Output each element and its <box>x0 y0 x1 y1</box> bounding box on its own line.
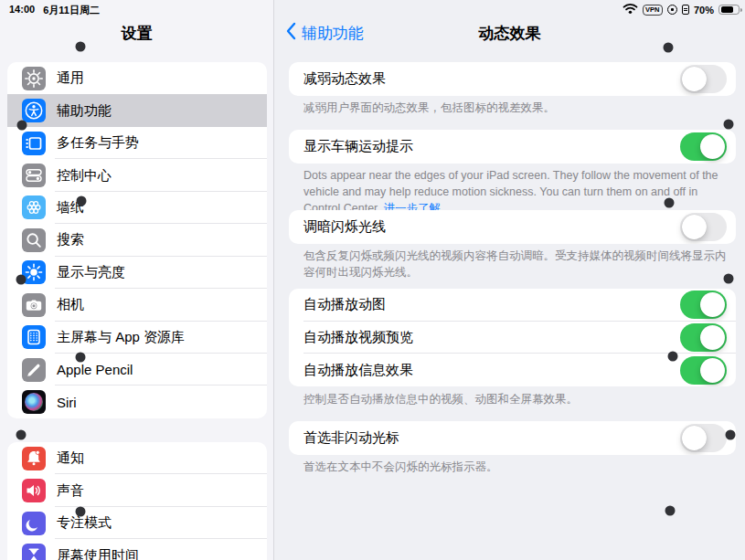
status-bar: 14:00 6月11日周二 VPN 70% <box>0 0 745 20</box>
sidebar-item-label: 显示与亮度 <box>57 264 125 281</box>
sidebar-item-multitasking[interactable]: 多任务与手势 <box>7 127 267 159</box>
sidebar-item-screen-time[interactable]: 屏幕使用时间 <box>7 539 267 560</box>
clock: 14:00 <box>9 4 35 17</box>
sidebar-group-2: 通知 声音 <box>7 442 267 560</box>
homescreen-icon <box>22 325 46 349</box>
group-non-blinking-cursor: 首选非闪动光标 <box>289 421 736 455</box>
auto-play-video-previews-toggle[interactable] <box>680 323 727 352</box>
sidebar-item-label: 专注模式 <box>57 514 112 532</box>
sidebar-item-label: Siri <box>57 395 77 410</box>
footer-text: Dots appear near the edges of your iPad … <box>303 169 718 215</box>
row-label: 调暗闪烁光线 <box>303 218 386 236</box>
page-title: 动态效果 <box>274 23 745 44</box>
sidebar-item-label: 屏幕使用时间 <box>57 547 139 560</box>
prefer-non-blinking-cursor-toggle[interactable] <box>680 424 727 452</box>
wallpaper-icon <box>22 195 46 219</box>
marker-dot <box>724 120 734 130</box>
row-label: 自动播放信息效果 <box>303 362 413 379</box>
row-label: 自动播放视频预览 <box>303 329 413 346</box>
sidebar-item-label: Apple Pencil <box>57 362 133 377</box>
hourglass-icon <box>22 544 46 560</box>
rotation-lock-icon <box>667 5 677 15</box>
auto-play-animated-images-toggle[interactable] <box>680 291 727 319</box>
gear-icon <box>22 67 46 90</box>
search-icon <box>22 228 46 252</box>
sidebar-title: 设置 <box>0 23 273 44</box>
vpn-badge: VPN <box>643 5 663 16</box>
sidebar-item-search[interactable]: 搜索 <box>7 224 267 256</box>
battery-icon <box>718 5 740 16</box>
toggle-row-vehicle-motion-cues: 显示车辆运动提示 <box>289 130 736 164</box>
sidebar-item-wallpaper[interactable]: 墙纸 <box>7 192 267 224</box>
accessory-battery-icon <box>682 5 689 15</box>
group-reduce-motion: 减弱动态效果 <box>289 62 736 96</box>
date: 6月11日周二 <box>43 4 100 17</box>
row-label: 自动播放动图 <box>303 296 386 313</box>
dim-flashing-lights-toggle[interactable] <box>680 213 727 241</box>
sidebar-item-label: 辅助功能 <box>57 102 112 120</box>
group-vehicle-motion-cues: 显示车辆运动提示 <box>289 130 736 164</box>
group-dim-flashing-lights: 调暗闪烁光线 <box>289 210 736 244</box>
toggle-row-reduce-motion: 减弱动态效果 <box>289 62 736 96</box>
toggle-row-auto-play-video-previews: 自动播放视频预览 <box>289 322 736 354</box>
auto-play-message-effects-toggle[interactable] <box>680 356 727 385</box>
sidebar-group-1: 通用 辅助功能 <box>7 62 267 418</box>
wifi-icon <box>623 3 638 16</box>
accessibility-icon <box>22 99 46 122</box>
footer-text: 控制是否自动播放信息中的视频、动图和全屏幕效果。 <box>303 393 578 406</box>
toggle-row-auto-play-message-effects: 自动播放信息效果 <box>289 354 736 386</box>
reduce-motion-toggle[interactable] <box>680 65 727 93</box>
toggle-row-prefer-non-blinking-cursor: 首选非闪动光标 <box>289 421 736 455</box>
sidebar-item-label: 通知 <box>57 449 84 467</box>
footer-text: 减弱用户界面的动态效果，包括图标的视差效果。 <box>303 101 555 114</box>
sidebar-item-label: 声音 <box>57 482 84 500</box>
sidebar-item-label: 通用 <box>57 69 84 87</box>
vehicle-motion-cues-toggle[interactable] <box>680 132 727 161</box>
speaker-icon <box>22 479 46 502</box>
footer-text: 包含反复闪烁或频闪光线的视频内容将自动调暗。受支持媒体的视频时间线将显示内容何时… <box>303 249 727 279</box>
sidebar-item-home-screen[interactable]: 主屏幕与 App 资源库 <box>7 322 267 354</box>
sidebar-item-accessibility[interactable]: 辅助功能 <box>7 94 267 126</box>
camera-icon <box>22 293 46 317</box>
pencil-icon <box>22 358 46 382</box>
sidebar-item-apple-pencil[interactable]: Apple Pencil <box>7 354 267 386</box>
multitask-icon <box>22 132 46 155</box>
sidebar-item-general[interactable]: 通用 <box>7 62 267 94</box>
footer-text: 首选在文本中不会闪烁的光标指示器。 <box>303 460 498 473</box>
marker-dot <box>664 43 674 53</box>
group-footer: 减弱用户界面的动态效果，包括图标的视差效果。 <box>303 100 733 116</box>
sidebar-item-control-center[interactable]: 控制中心 <box>7 159 267 191</box>
sidebar-item-label: 主屏幕与 App 资源库 <box>57 329 185 346</box>
battery-percent: 70% <box>694 5 714 16</box>
moon-icon <box>22 512 46 535</box>
settings-sidebar: 设置 通用 <box>0 0 274 560</box>
sidebar-item-notifications[interactable]: 通知 <box>7 442 267 474</box>
sidebar-item-label: 搜索 <box>57 231 84 248</box>
brightness-icon <box>22 260 46 284</box>
sidebar-item-label: 墙纸 <box>57 199 84 217</box>
sidebar-item-label: 多任务与手势 <box>57 134 139 152</box>
sidebar-item-label: 相机 <box>57 296 84 313</box>
marker-dot <box>665 506 676 516</box>
sidebar-item-sounds[interactable]: 声音 <box>7 474 267 506</box>
group-footer: 控制是否自动播放信息中的视频、动图和全屏幕效果。 <box>303 391 733 407</box>
row-label: 减弱动态效果 <box>303 70 386 88</box>
toggle-row-dim-flashing-lights: 调暗闪烁光线 <box>289 210 736 244</box>
sidebar-item-camera[interactable]: 相机 <box>7 289 267 321</box>
bell-icon <box>22 447 46 470</box>
group-footer: 首选在文本中不会闪烁的光标指示器。 <box>303 459 733 475</box>
settings-app-window: 14:00 6月11日周二 VPN 70% 设置 <box>0 0 745 560</box>
sidebar-item-display-brightness[interactable]: 显示与亮度 <box>7 257 267 289</box>
control-center-icon <box>22 164 46 187</box>
siri-icon <box>22 390 46 414</box>
sidebar-item-label: 控制中心 <box>57 167 112 185</box>
toggle-row-auto-play-animated-images: 自动播放动图 <box>289 289 736 322</box>
group-auto-play: 自动播放动图 自动播放视频预览 自动播放信息效果 <box>289 289 736 386</box>
group-footer: 包含反复闪烁或频闪光线的视频内容将自动调暗。受支持媒体的视频时间线将显示内容何时… <box>303 248 733 280</box>
row-label: 首选非闪动光标 <box>303 429 399 447</box>
row-label: 显示车辆运动提示 <box>303 138 413 155</box>
sidebar-item-siri[interactable]: Siri <box>7 386 267 417</box>
sidebar-item-focus[interactable]: 专注模式 <box>7 507 267 539</box>
